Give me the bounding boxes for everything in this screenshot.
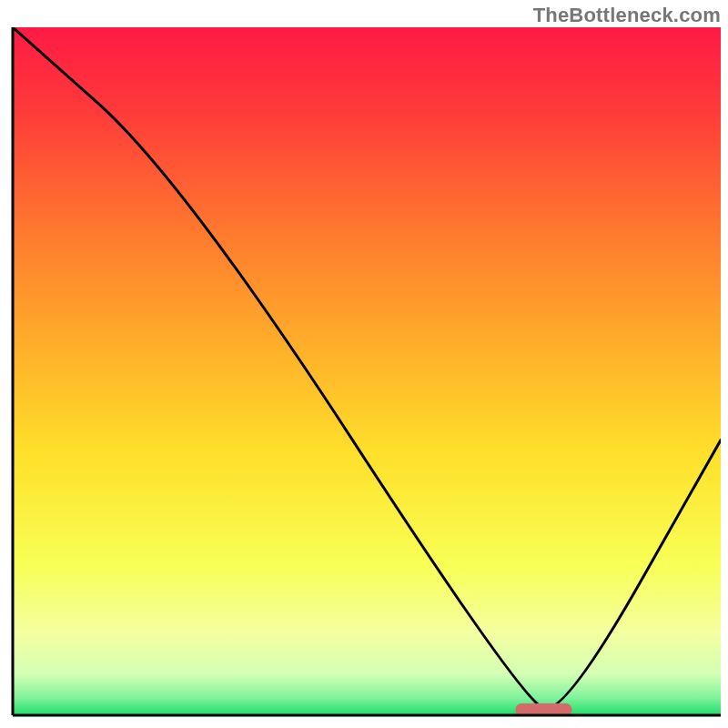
chart-container: { "watermark": "TheBottleneck.com", "cha…	[0, 0, 728, 728]
watermark-text: TheBottleneck.com	[533, 4, 721, 27]
plot-area	[13, 27, 721, 716]
bottleneck-chart	[0, 0, 728, 728]
gradient-background	[13, 27, 721, 715]
